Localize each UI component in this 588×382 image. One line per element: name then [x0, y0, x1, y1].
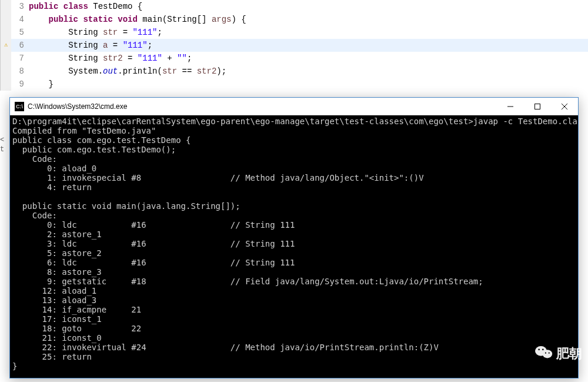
code-line[interactable]: 6 String a = "111"; — [1, 39, 588, 52]
hidden-panel-stub: < t — [0, 135, 4, 154]
code-text: public static void main(String[] args) { — [29, 13, 246, 26]
code-text: System.out.println(str == str2); — [29, 65, 226, 78]
minimize-button[interactable] — [497, 98, 524, 115]
cmd-window: C:\ C:\Windows\System32\cmd.exe D:\progr… — [9, 97, 579, 378]
svg-point-9 — [549, 353, 550, 354]
wechat-icon — [535, 343, 553, 364]
line-number: 8 — [11, 65, 29, 78]
code-line[interactable]: 3public class TestDemo { — [1, 0, 588, 13]
code-text: } — [29, 78, 54, 91]
code-line[interactable]: 9 } — [1, 78, 588, 91]
line-number: 5 — [11, 26, 29, 39]
line-number: 6 — [11, 39, 29, 52]
code-line[interactable]: 4 public static void main(String[] args)… — [1, 13, 588, 26]
svg-point-7 — [542, 349, 544, 351]
svg-rect-1 — [535, 104, 540, 109]
svg-point-6 — [538, 349, 540, 351]
maximize-button[interactable] — [524, 98, 551, 115]
close-button[interactable] — [551, 98, 578, 115]
code-line[interactable]: 7 String str2 = "111" + ""; — [1, 52, 588, 65]
cmd-output[interactable]: D:\program4it\eclipse\carRentalSystem\eg… — [10, 115, 578, 378]
code-text: public class TestDemo { — [29, 0, 142, 13]
line-number: 3 — [11, 0, 29, 13]
code-text: String a = "111"; — [29, 39, 152, 52]
gutter — [1, 0, 11, 13]
svg-point-8 — [545, 353, 546, 354]
gutter — [1, 26, 11, 39]
line-number: 9 — [11, 78, 29, 91]
gutter — [1, 52, 11, 65]
code-text: String str2 = "111" + ""; — [29, 52, 192, 65]
gutter — [1, 13, 11, 26]
code-editor[interactable]: 3public class TestDemo {4 public static … — [0, 0, 588, 91]
watermark-text: 肥朝 — [556, 345, 582, 363]
gutter — [1, 78, 11, 91]
code-text: String str = "111"; — [29, 26, 162, 39]
gutter — [1, 65, 11, 78]
cmd-icon: C:\ — [15, 102, 24, 111]
stub-char: < — [0, 135, 4, 145]
line-number: 4 — [11, 13, 29, 26]
warning-icon — [1, 39, 11, 52]
code-line[interactable]: 8 System.out.println(str == str2); — [1, 65, 588, 78]
cmd-titlebar[interactable]: C:\ C:\Windows\System32\cmd.exe — [10, 98, 578, 115]
code-line[interactable]: 5 String str = "111"; — [1, 26, 588, 39]
cmd-title: C:\Windows\System32\cmd.exe — [28, 102, 497, 111]
window-controls — [497, 98, 578, 115]
line-number: 7 — [11, 52, 29, 65]
stub-char: t — [0, 145, 4, 154]
svg-point-5 — [543, 350, 553, 358]
watermark: 肥朝 — [535, 343, 582, 364]
